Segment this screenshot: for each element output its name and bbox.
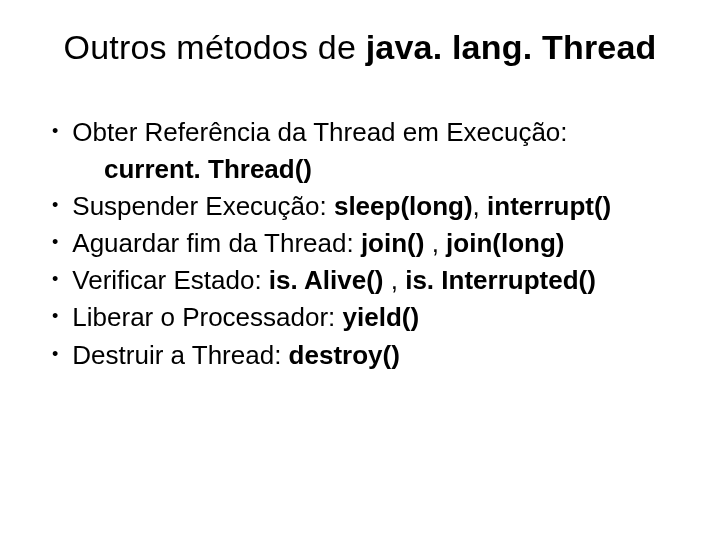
item-prefix: Aguardar fim da Thread: <box>72 228 361 258</box>
bullet-list: • Obter Referência da Thread em Execução… <box>40 115 680 373</box>
item-prefix: Destruir a Thread: <box>72 340 288 370</box>
slide-title: Outros métodos de java. lang. Thread <box>40 28 680 67</box>
item-mid: , <box>384 265 406 295</box>
list-item: • Aguardar fim da Thread: join() , join(… <box>52 226 680 261</box>
item-mid: , <box>424 228 446 258</box>
item-bold2: interrupt() <box>487 191 611 221</box>
item-prefix: Verificar Estado: <box>72 265 269 295</box>
item-text: Obter Referência da Thread em Execução: <box>72 115 567 150</box>
item-bold2: is. Interrupted() <box>405 265 596 295</box>
list-item-sub: current. Thread() <box>52 152 680 187</box>
list-item: • Destruir a Thread: destroy() <box>52 338 680 373</box>
bullet-icon: • <box>52 115 58 147</box>
list-item: • Suspender Execução: sleep(long), inter… <box>52 189 680 224</box>
item-bold: current. Thread() <box>104 154 312 184</box>
item-mid: , <box>473 191 487 221</box>
item-bold: yield() <box>343 302 420 332</box>
bullet-icon: • <box>52 189 58 221</box>
item-text: Liberar o Processador: yield() <box>72 300 419 335</box>
item-bold: is. Alive() <box>269 265 384 295</box>
item-prefix: Suspender Execução: <box>72 191 334 221</box>
item-prefix: Liberar o Processador: <box>72 302 342 332</box>
bullet-icon: • <box>52 263 58 295</box>
title-plain: Outros métodos de <box>63 28 365 66</box>
list-item: • Obter Referência da Thread em Execução… <box>52 115 680 150</box>
list-item: • Liberar o Processador: yield() <box>52 300 680 335</box>
bullet-icon: • <box>52 300 58 332</box>
item-text: Aguardar fim da Thread: join() , join(lo… <box>72 226 564 261</box>
item-bold: sleep(long) <box>334 191 473 221</box>
list-item: • Verificar Estado: is. Alive() , is. In… <box>52 263 680 298</box>
item-text: Verificar Estado: is. Alive() , is. Inte… <box>72 263 596 298</box>
item-bold2: join(long) <box>446 228 564 258</box>
item-text: Suspender Execução: sleep(long), interru… <box>72 189 611 224</box>
bullet-icon: • <box>52 226 58 258</box>
item-bold: join() <box>361 228 425 258</box>
item-text: Destruir a Thread: destroy() <box>72 338 400 373</box>
item-bold: destroy() <box>289 340 400 370</box>
bullet-icon: • <box>52 338 58 370</box>
title-bold: java. lang. Thread <box>366 28 657 66</box>
